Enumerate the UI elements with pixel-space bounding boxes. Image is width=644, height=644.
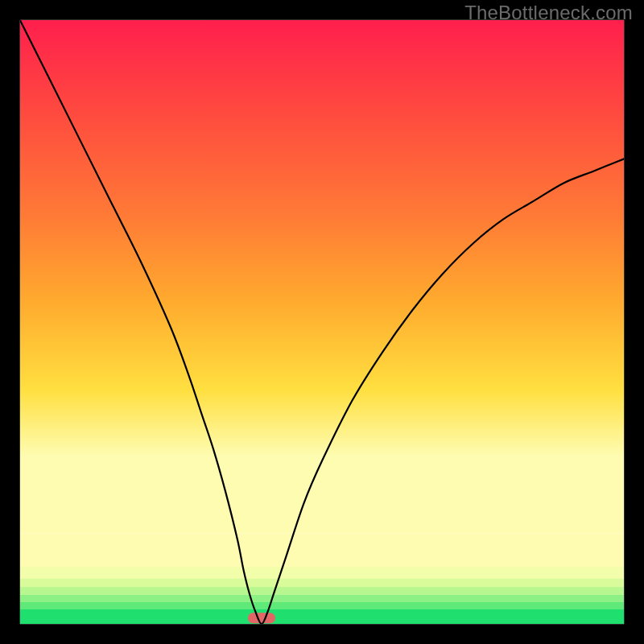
bottleneck-chart <box>0 0 644 644</box>
svg-rect-2 <box>20 601 624 609</box>
watermark-text: TheBottleneck.com <box>464 2 633 24</box>
svg-rect-3 <box>20 594 624 602</box>
svg-rect-7 <box>20 534 624 568</box>
minimum-marker <box>248 613 275 623</box>
svg-rect-4 <box>20 587 624 595</box>
green-bands <box>20 534 624 625</box>
svg-rect-5 <box>20 578 624 587</box>
svg-rect-1 <box>20 609 624 624</box>
gradient-background <box>20 20 624 534</box>
svg-rect-6 <box>20 567 624 579</box>
chart-container: { "watermark": "TheBottleneck.com", "cha… <box>0 0 644 644</box>
